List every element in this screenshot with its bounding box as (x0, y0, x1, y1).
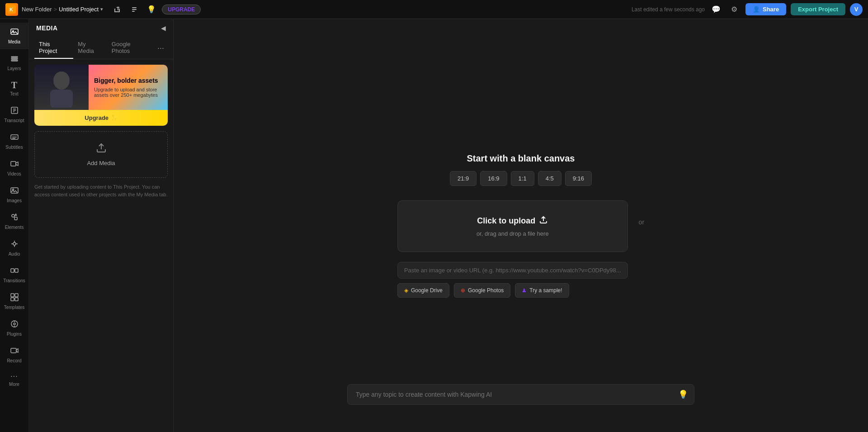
folder-name[interactable]: New Folder (22, 6, 52, 13)
sidebar-item-plugins[interactable]: Plugins (0, 315, 29, 342)
aspect-ratio-1-1[interactable]: 1:1 (511, 171, 534, 186)
sidebar-item-elements[interactable]: Elements (0, 208, 29, 235)
sidebar-item-transitions[interactable]: Transitions (0, 261, 29, 288)
sidebar-item-media[interactable]: Media (0, 23, 29, 49)
aspect-ratio-9-16[interactable]: 9:16 (565, 171, 592, 186)
project-name[interactable]: Untitled Project (59, 6, 99, 13)
upgrade-badge[interactable]: UPGRADE (162, 5, 201, 14)
aspect-ratio-16-9[interactable]: 16:9 (480, 171, 507, 186)
share-label: Share (763, 6, 779, 13)
export-button[interactable]: Export Project (791, 3, 845, 15)
svg-rect-36 (50, 90, 73, 108)
panel-tabs: This Project My Media Google Photos ··· (29, 37, 173, 59)
sidebar-item-text[interactable]: T Text (0, 76, 29, 101)
upload-box-subtitle: or, drag and drop a file here (476, 230, 549, 237)
add-media-button[interactable]: Add Media (34, 131, 168, 178)
breadcrumb-separator: > (53, 6, 57, 13)
panel-collapse-button[interactable]: ◀ (161, 24, 166, 32)
upload-title-text: Click to upload (477, 216, 535, 226)
svg-point-31 (14, 323, 15, 325)
svg-point-35 (53, 71, 70, 90)
sidebar-more-label: More (9, 382, 19, 387)
media-icon (10, 27, 19, 38)
sidebar-videos-label: Videos (7, 171, 21, 177)
aspect-ratio-4-5[interactable]: 4:5 (538, 171, 561, 186)
share-link-icon[interactable] (110, 3, 124, 16)
upload-arrow-icon (539, 215, 548, 227)
breadcrumb: New Folder > Untitled Project ▾ (22, 6, 103, 13)
sidebar-item-layers[interactable]: Layers (0, 49, 29, 76)
plugins-icon (10, 319, 19, 330)
sidebar-subtitles-label: Subtitles (5, 145, 23, 150)
sidebar-item-more[interactable]: ··· More (0, 368, 29, 392)
upload-or-row: Click to upload or, drag and drop a file… (397, 200, 644, 298)
share-button[interactable]: 👤 Share (745, 3, 786, 15)
ai-prompt-input[interactable] (347, 384, 694, 405)
gdrive-label: Google Drive (411, 287, 443, 294)
upload-box[interactable]: Click to upload or, drag and drop a file… (397, 200, 628, 252)
sidebar-item-transcript[interactable]: Transcript (0, 101, 29, 128)
comment-button[interactable]: 💬 (709, 3, 723, 16)
subtitles-icon (10, 133, 19, 143)
google-photos-button[interactable]: ⊕ Google Photos (454, 283, 510, 298)
add-media-label: Add Media (87, 160, 115, 166)
tab-my-media[interactable]: My Media (73, 37, 107, 59)
upgrade-card: Bigger, bolder assets Upgrade to upload … (34, 65, 168, 126)
or-divider: or (639, 200, 644, 226)
ai-prompt-section: 💡 (347, 384, 694, 405)
svg-point-20 (12, 214, 14, 217)
last-edited-text: Last edited a few seconds ago (632, 6, 705, 13)
svg-point-22 (13, 242, 16, 245)
sidebar-item-audio[interactable]: Audio (0, 235, 29, 261)
bulb-icon[interactable]: 💡 (145, 3, 158, 16)
sidebar-item-record[interactable]: Record (0, 342, 29, 368)
panel-more-button[interactable]: ··· (154, 37, 168, 59)
share-icon: 👤 (753, 6, 760, 13)
settings-button[interactable]: ⚙ (727, 3, 741, 16)
upload-box-wrapper: Click to upload or, drag and drop a file… (397, 200, 628, 298)
transcript-icon (10, 106, 19, 116)
panel-title: MEDIA (36, 24, 58, 32)
sidebar-item-images[interactable]: Images (0, 181, 29, 208)
sidebar-images-label: Images (7, 198, 22, 204)
aspect-ratio-21-9[interactable]: 21:9 (450, 171, 476, 186)
svg-rect-3 (132, 9, 137, 10)
tab-this-project[interactable]: This Project (34, 37, 73, 59)
sidebar-item-subtitles[interactable]: Subtitles (0, 128, 29, 155)
upgrade-card-button[interactable]: Upgrade ✨ (34, 110, 168, 126)
templates-icon (10, 293, 19, 303)
url-paste-box[interactable]: Paste an image or video URL (e.g. https:… (397, 262, 628, 279)
svg-rect-2 (132, 7, 137, 8)
upgrade-label: UPGRADE (168, 6, 195, 13)
left-sidebar: Media Layers T Text Transcript Subtitles (0, 19, 29, 432)
svg-rect-9 (11, 60, 18, 61)
panel-hint-text: Get started by uploading content to This… (34, 183, 168, 198)
audio-icon (10, 239, 19, 250)
google-drive-button[interactable]: ◈ Google Drive (397, 283, 449, 298)
ai-input-wrapper: 💡 (347, 384, 694, 405)
svg-rect-26 (11, 294, 14, 297)
panel-header: MEDIA ◀ (29, 19, 173, 37)
record-icon (10, 346, 19, 356)
upgrade-card-text: Bigger, bolder assets Upgrade to upload … (89, 65, 168, 110)
tab-google-photos[interactable]: Google Photos (107, 37, 154, 59)
upgrade-card-image-inner (34, 65, 89, 110)
elements-icon (10, 213, 19, 223)
sample-icon: ♟ (522, 287, 527, 294)
svg-rect-28 (11, 298, 14, 301)
gphotos-icon: ⊕ (461, 287, 465, 294)
upload-source-buttons: ◈ Google Drive ⊕ Google Photos ♟ Try a s… (397, 283, 628, 298)
blank-canvas-section: Start with a blank canvas 21:9 16:9 1:1 … (450, 153, 592, 186)
svg-rect-23 (11, 269, 14, 272)
chevron-down-icon[interactable]: ▾ (100, 6, 103, 12)
upgrade-card-description: Upgrade to upload and store assets over … (94, 87, 162, 98)
svg-rect-4 (132, 11, 135, 12)
avatar[interactable]: V (850, 3, 863, 16)
sidebar-transcript-label: Transcript (4, 118, 24, 123)
topbar: K New Folder > Untitled Project ▾ 💡 UPGR… (0, 0, 868, 19)
try-sample-button[interactable]: ♟ Try a sample! (515, 283, 569, 298)
history-icon[interactable] (127, 3, 141, 16)
sidebar-item-templates[interactable]: Templates (0, 288, 29, 315)
sidebar-item-videos[interactable]: Videos (0, 155, 29, 181)
upgrade-card-top: Bigger, bolder assets Upgrade to upload … (34, 65, 168, 110)
